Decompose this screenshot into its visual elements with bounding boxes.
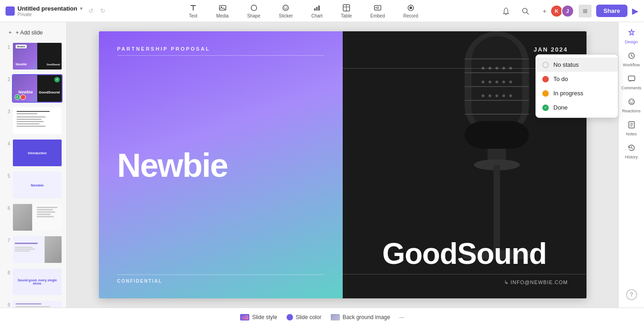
background-image-item[interactable]: Back ground image	[331, 314, 390, 320]
slide-item-4[interactable]: 4 Introduction	[4, 138, 63, 168]
slide-thumb-2: Newbie GoodSound K ✓	[12, 74, 63, 103]
right-divider-bottom	[343, 274, 586, 274]
shape-icon	[249, 3, 259, 12]
design-label: Design	[625, 40, 638, 44]
status-in-progress[interactable]: In progress	[536, 86, 618, 100]
status-no-status[interactable]: No status	[536, 58, 618, 72]
panel-design[interactable]: Design	[621, 26, 643, 47]
tool-shape[interactable]: Shape	[243, 1, 264, 20]
slide-item-2[interactable]: 2 Newbie GoodSound K ✓	[4, 73, 63, 104]
svg-point-45	[495, 94, 498, 97]
svg-rect-10	[318, 6, 320, 11]
help-button[interactable]: ?	[626, 289, 637, 300]
more-options-button[interactable]: ⊞	[579, 5, 592, 17]
slide1-text-left: Newbie	[16, 63, 27, 66]
avatar-group: + K J	[537, 4, 574, 18]
notification-button[interactable]	[499, 4, 513, 18]
notes-icon	[627, 121, 636, 131]
panel-reactions[interactable]: Reactions	[621, 95, 643, 116]
email-label: ↳ INFO@NEWBIE.COM	[504, 279, 568, 285]
add-slide-label: + Add slide	[16, 29, 43, 36]
status-no-status-label: No status	[553, 61, 579, 68]
slide-item-5[interactable]: 5 Newbie	[4, 170, 63, 200]
status-dropdown: No status To do In progress Done	[535, 54, 618, 118]
date-label: JAN 2024	[534, 46, 568, 53]
status-in-progress-label: In progress	[553, 90, 583, 97]
slide-color-item[interactable]: Slide color	[287, 314, 322, 320]
panel-history[interactable]: History	[621, 141, 643, 162]
tool-text[interactable]: Text	[185, 1, 201, 20]
slide-thumb-9	[12, 300, 63, 308]
status-done[interactable]: Done	[536, 100, 618, 115]
panel-comments[interactable]: Comments	[621, 72, 643, 93]
panel-workflow[interactable]: Workflow	[621, 49, 643, 70]
svg-point-46	[502, 94, 505, 97]
slide-style-item[interactable]: Slide style	[240, 314, 277, 320]
slide2-badge-k: K	[15, 94, 20, 100]
design-icon	[627, 29, 636, 39]
tool-media[interactable]: Media	[213, 1, 232, 20]
slide-number-8: 8	[4, 270, 10, 275]
svg-point-6	[284, 7, 285, 8]
slide2-badge-r	[20, 94, 26, 100]
slide-left-panel: PARTNERSHIP PROPOSAL Newbie CONFIDENTIAL	[99, 31, 343, 298]
slide4-intro: Introduction	[28, 151, 47, 155]
slide-item-6[interactable]: 6	[4, 202, 63, 233]
svg-point-43	[482, 94, 484, 97]
slide5-name: Newbie	[31, 183, 44, 187]
search-button[interactable]	[518, 4, 533, 18]
slide-item-3[interactable]: 3	[4, 105, 63, 136]
svg-rect-49	[628, 76, 635, 81]
record-label: Record	[403, 13, 418, 18]
tool-chart[interactable]: Chart	[308, 1, 326, 20]
avatar-j: J	[561, 5, 574, 17]
slide-item-1[interactable]: 1 Newbie Newbie GoodSound	[4, 41, 63, 71]
slide-number-1: 1	[4, 45, 10, 50]
tool-embed[interactable]: Embed	[367, 1, 389, 20]
svg-point-15	[377, 7, 379, 9]
slide-item-8[interactable]: 8 Sound good, every single show.	[4, 267, 63, 297]
slide-item-7[interactable]: 7	[4, 234, 63, 265]
panel-notes[interactable]: Notes	[621, 118, 643, 139]
slide-number-5: 5	[4, 174, 10, 179]
workflow-icon	[627, 52, 636, 62]
chart-icon	[312, 3, 322, 12]
add-slide-button[interactable]: ＋ + Add slide	[4, 26, 63, 39]
svg-point-4	[251, 5, 257, 11]
slide1-badge: Newbie	[16, 45, 27, 48]
status-todo[interactable]: To do	[536, 72, 618, 86]
present-button[interactable]: ▶	[632, 6, 638, 16]
record-icon	[406, 3, 415, 12]
share-button[interactable]: Share	[596, 5, 627, 17]
comments-icon	[627, 75, 636, 85]
status-done-label: Done	[553, 104, 568, 111]
svg-rect-8	[314, 8, 316, 11]
app-title[interactable]: Untitled presentation ▾	[17, 5, 82, 12]
more-options-bottom[interactable]: ···	[399, 314, 404, 320]
top-divider	[117, 55, 324, 56]
svg-rect-32	[465, 121, 529, 149]
tool-record[interactable]: Record	[400, 1, 422, 20]
slide-top-left: PARTNERSHIP PROPOSAL	[117, 46, 324, 56]
svg-point-47	[509, 94, 512, 97]
slide-number-2: 2	[4, 77, 10, 82]
newbie-logo: Newbie	[117, 149, 324, 182]
slide-panel: ＋ + Add slide 1 Newbie Newbie GoodSound …	[0, 22, 67, 308]
status-todo-label: To do	[553, 76, 568, 82]
add-slide-icon: ＋	[7, 29, 13, 36]
chart-label: Chart	[311, 13, 322, 18]
svg-point-52	[632, 101, 633, 102]
app-subtitle: Private	[17, 12, 82, 17]
slide-thumb-6	[12, 203, 63, 232]
slide-thumb-3	[12, 106, 63, 135]
tool-table[interactable]: Table	[337, 1, 356, 20]
undo-button[interactable]: ↺	[85, 6, 96, 17]
slide-item-9[interactable]: 9	[4, 299, 63, 308]
slide-number-4: 4	[4, 141, 10, 146]
app-title-text: Untitled presentation	[17, 5, 77, 12]
svg-point-38	[482, 81, 484, 83]
workflow-label: Workflow	[623, 63, 640, 67]
redo-button[interactable]: ↻	[97, 6, 108, 17]
sticker-icon	[281, 3, 290, 12]
tool-sticker[interactable]: Sticker	[275, 1, 297, 20]
